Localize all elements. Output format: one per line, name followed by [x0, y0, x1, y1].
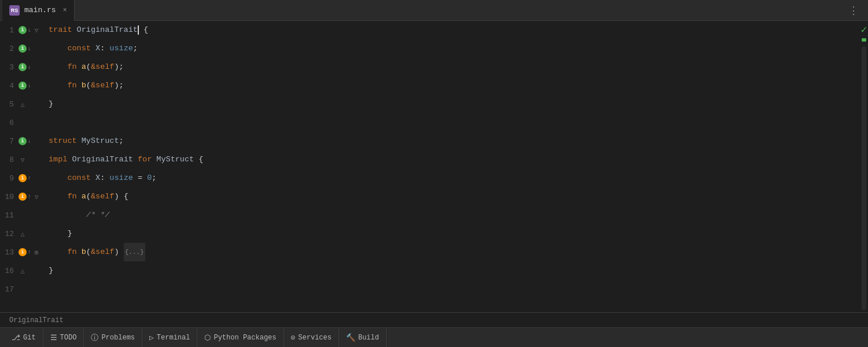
token-kw: const: [67, 39, 95, 58]
line-indicator-icon[interactable]: i: [19, 193, 27, 201]
tab-filename: main.rs: [24, 6, 56, 14]
token-punct: }: [67, 224, 72, 243]
token-punct: ;: [133, 39, 138, 58]
status-item-git[interactable]: ⎇Git: [5, 328, 43, 348]
line-indicator-icon[interactable]: i: [19, 45, 27, 53]
token-amp: &: [91, 187, 95, 206]
fold-plus-icon[interactable]: ⊞: [32, 248, 41, 256]
token-kw: impl: [49, 150, 72, 169]
code-line: }: [46, 95, 860, 113]
status-item-terminal[interactable]: ▷Terminal: [142, 328, 197, 348]
code-content: 1i↓▽2i↓3i↓4i↓5△67i↓8▽9i↑10i↑▽1112△13i↑⊞1…: [0, 21, 860, 312]
token-fn-name: a: [82, 58, 86, 76]
line-indicator-icon[interactable]: i: [19, 26, 27, 34]
gutter-icons: i↓: [17, 45, 46, 53]
line-number: 16: [0, 267, 17, 275]
token-kw: fn: [67, 243, 81, 261]
python-packages-label: Python Packages: [214, 334, 276, 342]
gutter-icons: i↑: [17, 174, 46, 182]
tab-bar: RS main.rs × ⋮: [0, 0, 868, 21]
line-indicator-icon[interactable]: i: [19, 82, 27, 90]
token-kw: struct: [49, 132, 82, 150]
build-label: Build: [358, 334, 379, 342]
gutter-icons: i↑⊞: [17, 248, 46, 256]
terminal-icon: ▷: [149, 333, 154, 342]
token-amp: &: [91, 58, 95, 76]
gutter-row: 17: [0, 280, 46, 298]
line-number: 10: [0, 193, 17, 201]
problems-icon: ⓘ: [91, 333, 98, 343]
line-number: 13: [0, 248, 17, 257]
line-indicator-icon[interactable]: i: [19, 174, 27, 182]
git-label: Git: [23, 334, 36, 342]
token-punct: );: [114, 58, 123, 76]
status-item-services[interactable]: ⊙Services: [284, 328, 339, 348]
token-self-kw: self: [95, 187, 114, 206]
token-amp: &: [91, 243, 95, 261]
code-line: }: [46, 224, 860, 243]
token-kw: fn: [67, 58, 81, 76]
gutter-row: 12△: [0, 224, 46, 243]
gutter-icons: i↑▽: [17, 193, 46, 201]
services-icon: ⊙: [291, 333, 296, 342]
token-punct: (: [86, 187, 91, 206]
status-item-todo[interactable]: ☰TODO: [43, 328, 84, 348]
status-item-build[interactable]: 🔨Build: [339, 328, 387, 348]
gutter-icons: △: [17, 267, 46, 275]
line-indicator-icon[interactable]: i: [19, 248, 27, 256]
gutter-row: 6: [0, 113, 46, 132]
gutter-icons: i↓: [17, 63, 46, 71]
token-punct: =: [133, 169, 147, 187]
indicator-arrow: ↓: [28, 64, 31, 71]
token-fn-name: a: [82, 187, 86, 206]
indicator-arrow: ↓: [28, 83, 31, 89]
gutter-row: 13i↑⊞: [0, 243, 46, 261]
status-item-problems[interactable]: ⓘProblems: [84, 328, 142, 348]
gutter-row: 9i↑: [0, 169, 46, 187]
scrollbar-track[interactable]: [862, 46, 866, 310]
token-punct: }: [49, 261, 53, 280]
terminal-label: Terminal: [157, 334, 190, 342]
token-self-kw: self: [95, 58, 114, 76]
line-indicator-icon[interactable]: i: [19, 63, 27, 71]
breadcrumb-bar: OriginalTrait: [0, 312, 868, 327]
fold-icon[interactable]: △: [19, 267, 27, 275]
indicator-arrow: ↑: [28, 175, 31, 182]
code-lines: trait OriginalTrait { const X: usize; fn…: [46, 21, 860, 312]
fold-icon[interactable]: △: [19, 100, 27, 108]
token-punct: (: [86, 58, 91, 76]
code-line: [46, 280, 860, 298]
token-plain: [49, 187, 67, 206]
gutter-row: 7i↓: [0, 132, 46, 150]
indicator-arrow: ↓: [28, 27, 31, 34]
token-kw: for: [133, 150, 157, 169]
token-punct: (: [86, 76, 91, 95]
tab-more-button[interactable]: ⋮: [841, 4, 866, 17]
token-punct: ) {: [114, 187, 128, 206]
tab-main-rs[interactable]: RS main.rs ×: [2, 0, 75, 21]
token-plain: [49, 39, 67, 58]
line-number: 7: [0, 137, 17, 146]
code-line: fn a(&self);: [46, 58, 860, 76]
token-kw: fn: [67, 76, 81, 95]
fold-icon[interactable]: ▽: [32, 193, 41, 201]
breadcrumb-text: OriginalTrait: [9, 316, 64, 324]
gutter-row: 3i↓: [0, 58, 46, 76]
token-type-name: X: [95, 39, 100, 58]
line-number: 12: [0, 230, 17, 238]
status-item-python-packages[interactable]: ⬡Python Packages: [197, 328, 284, 348]
fold-icon[interactable]: ▽: [32, 26, 41, 34]
code-editor[interactable]: 1i↓▽2i↓3i↓4i↓5△67i↓8▽9i↑10i↑▽1112△13i↑⊞1…: [0, 21, 860, 312]
token-fold-marker: {...}: [124, 243, 145, 261]
tab-close-button[interactable]: ×: [63, 6, 67, 14]
indicator-arrow: ↓: [28, 138, 31, 145]
line-indicator-icon[interactable]: i: [19, 137, 27, 145]
token-struct-name: MyStruct: [156, 150, 194, 169]
line-number: 6: [0, 119, 17, 127]
todo-icon: ☰: [50, 333, 57, 342]
token-trait-name: OriginalTrait: [72, 150, 133, 169]
status-bar: ⎇Git☰TODOⓘProblems▷Terminal⬡Python Packa…: [0, 327, 868, 347]
fold-icon[interactable]: ▽: [19, 156, 27, 164]
python-packages-icon: ⬡: [204, 333, 211, 342]
fold-icon[interactable]: △: [19, 230, 27, 238]
